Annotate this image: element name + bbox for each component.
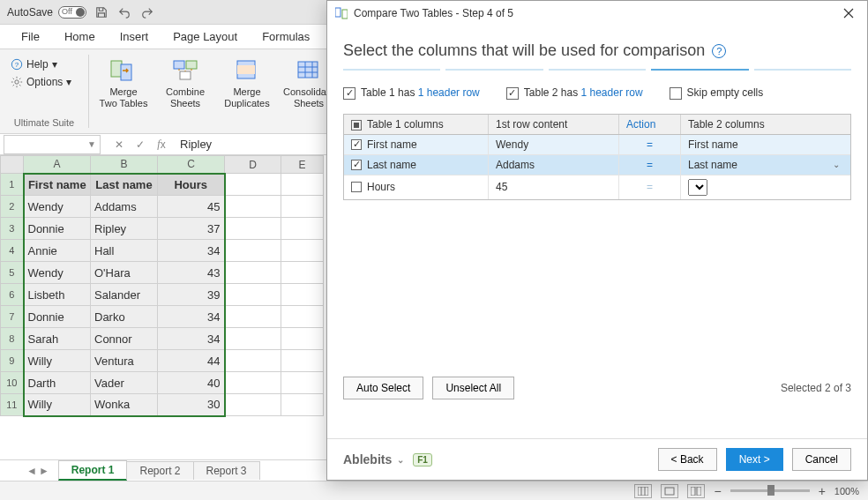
table2-column-select[interactable]	[681, 175, 850, 199]
cell[interactable]: 34	[158, 240, 225, 262]
sheet-nav-next-icon[interactable]: ►	[39, 465, 49, 477]
checkbox-unchecked-icon[interactable]	[351, 182, 362, 192]
mapping-row[interactable]: Last nameAddams=Last name⌄	[344, 155, 850, 175]
row-header[interactable]: 10	[1, 372, 24, 394]
redo-icon[interactable]	[139, 4, 155, 20]
cell[interactable]: Hall	[91, 240, 158, 262]
table-header-cell[interactable]: Hours	[158, 174, 225, 196]
cell[interactable]: Salander	[91, 284, 158, 306]
unselect-all-button[interactable]: Unselect All	[432, 377, 514, 399]
checkbox-mixed-icon[interactable]	[351, 120, 362, 131]
tab-file[interactable]: File	[9, 25, 52, 49]
cell[interactable]: Darko	[91, 306, 158, 328]
checkbox-checked-icon[interactable]	[351, 160, 362, 170]
table-header-cell[interactable]: First name	[24, 174, 91, 196]
close-button[interactable]	[837, 4, 860, 23]
view-page-layout-icon[interactable]	[661, 484, 678, 498]
table1-header-row-link[interactable]: 1 header row	[418, 86, 480, 99]
cell[interactable]: Donnie	[24, 218, 91, 240]
cell[interactable]: Addams	[91, 196, 158, 218]
col-header-e[interactable]: E	[281, 156, 324, 174]
th-table1-columns[interactable]: Table 1 columns	[344, 115, 489, 134]
skip-empty-checkbox[interactable]: Skip empty cells	[670, 86, 764, 100]
cell[interactable]: 30	[158, 394, 225, 416]
next-button[interactable]: Next >	[726, 448, 783, 471]
mapping-row[interactable]: Hours45=	[344, 175, 850, 199]
zoom-in-icon[interactable]: +	[819, 484, 826, 498]
row-header[interactable]: 4	[1, 240, 24, 262]
cell[interactable]: O'Hara	[91, 262, 158, 284]
cell[interactable]: 34	[158, 328, 225, 350]
row-header[interactable]: 6	[1, 284, 24, 306]
cell[interactable]: Donnie	[24, 306, 91, 328]
checkbox-checked-icon[interactable]	[351, 139, 362, 150]
cell[interactable]: Wendy	[24, 262, 91, 284]
cell[interactable]: 39	[158, 284, 225, 306]
cancel-button[interactable]: Cancel	[792, 448, 851, 471]
save-icon[interactable]	[94, 4, 109, 20]
cell[interactable]: Darth	[24, 372, 91, 394]
cell[interactable]: 45	[158, 196, 225, 218]
action-operator[interactable]: =	[619, 155, 681, 175]
tab-insert[interactable]: Insert	[108, 25, 161, 49]
table2-header-row-link[interactable]: 1 header row	[581, 86, 643, 99]
table2-header-row-checkbox[interactable]: Table 2 has 1 header row	[506, 86, 643, 100]
help-button[interactable]: ? Help ▾	[7, 56, 61, 72]
zoom-slider[interactable]	[730, 489, 810, 492]
table2-column-select[interactable]: Last name⌄	[681, 155, 850, 175]
name-box[interactable]: ▼	[4, 135, 101, 154]
col-header-d[interactable]: D	[225, 156, 281, 174]
action-operator[interactable]: =	[619, 135, 681, 154]
cell[interactable]: 44	[158, 350, 225, 372]
col-header-c[interactable]: C	[158, 156, 225, 174]
cell[interactable]: Annie	[24, 240, 91, 262]
cell[interactable]: 43	[158, 262, 225, 284]
row-header[interactable]: 3	[1, 218, 24, 240]
toggle-switch-off[interactable]: Off	[58, 6, 86, 19]
back-button[interactable]: < Back	[658, 448, 717, 471]
table1-header-row-checkbox[interactable]: Table 1 has 1 header row	[343, 86, 480, 100]
undo-icon[interactable]	[116, 4, 132, 20]
autosave-toggle[interactable]: AutoSave Off	[7, 6, 86, 19]
col-header-b[interactable]: B	[91, 156, 158, 174]
cell[interactable]: Vader	[91, 372, 158, 394]
fx-icon[interactable]: fx	[153, 137, 169, 153]
options-button[interactable]: Options ▾	[7, 74, 75, 90]
sheet-nav-prev-icon[interactable]: ◄	[26, 465, 37, 477]
action-operator[interactable]: =	[619, 175, 681, 199]
cell[interactable]: 37	[158, 218, 225, 240]
f1-help-badge[interactable]: F1	[413, 453, 432, 466]
cell[interactable]: Ripley	[91, 218, 158, 240]
sheet-tab-3[interactable]: Report 3	[193, 461, 260, 480]
row-header[interactable]: 11	[1, 394, 24, 416]
row-header[interactable]: 9	[1, 350, 24, 372]
formula-input[interactable]	[175, 138, 298, 151]
ablebits-brand[interactable]: Ablebits ⌄	[343, 452, 404, 466]
cell[interactable]: Wendy	[24, 196, 91, 218]
row-header[interactable]: 7	[1, 306, 24, 328]
cell[interactable]: Sarah	[24, 328, 91, 350]
row-header[interactable]: 8	[1, 328, 24, 350]
sheet-tab-2[interactable]: Report 2	[126, 461, 193, 480]
combine-sheets-button[interactable]: Combine Sheets	[158, 53, 213, 113]
table-header-cell[interactable]: Last name	[91, 174, 158, 196]
tab-page-layout[interactable]: Page Layout	[161, 25, 250, 49]
sheet-tab-1[interactable]: Report 1	[58, 460, 128, 481]
tab-home[interactable]: Home	[52, 25, 108, 49]
cell[interactable]: Lisbeth	[24, 284, 91, 306]
col-header-a[interactable]: A	[24, 156, 91, 174]
cell[interactable]: 40	[158, 372, 225, 394]
cancel-formula-icon[interactable]: ✕	[111, 137, 127, 153]
auto-select-button[interactable]: Auto Select	[343, 377, 423, 399]
cell[interactable]: Ventura	[91, 350, 158, 372]
cell[interactable]: 34	[158, 306, 225, 328]
cell[interactable]: Connor	[91, 328, 158, 350]
merge-duplicates-button[interactable]: Merge Duplicates	[220, 53, 274, 113]
row-header[interactable]: 5	[1, 262, 24, 284]
mapping-row[interactable]: First nameWendy=First name	[344, 135, 850, 155]
zoom-level[interactable]: 100%	[834, 486, 859, 496]
row-header[interactable]: 1	[1, 174, 24, 196]
view-normal-icon[interactable]	[634, 484, 652, 498]
merge-two-tables-button[interactable]: Merge Two Tables	[96, 53, 151, 113]
zoom-out-icon[interactable]: −	[714, 484, 721, 498]
